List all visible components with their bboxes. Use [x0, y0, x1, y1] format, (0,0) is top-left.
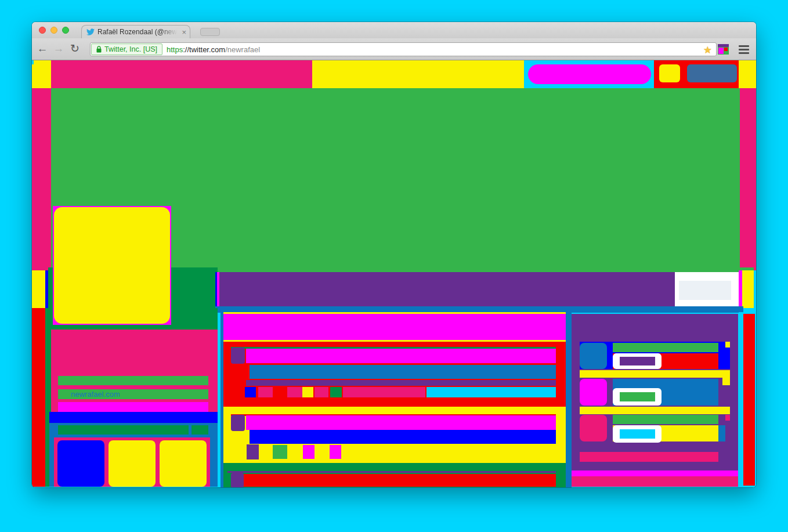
tweet-1-action-3[interactable]: [287, 387, 302, 397]
profile-name-bar: [58, 376, 208, 385]
twitter-favicon-icon: [86, 28, 95, 36]
title-bar: Rafaël Rozendaal (@newraf ×: [32, 22, 756, 38]
tweet-1-action-5[interactable]: [315, 387, 328, 397]
url-scheme: https: [167, 45, 183, 54]
follow-3-name-bar: [613, 415, 718, 424]
follow-2-avatar[interactable]: [580, 379, 607, 406]
tweet-1-action-1[interactable]: [245, 387, 256, 397]
url-bar[interactable]: Twitter, Inc. [US] https://twitter.com/n…: [90, 42, 717, 56]
active-tab[interactable]: Rafaël Rozendaal (@newraf ×: [81, 25, 190, 38]
tweet-2-action-3[interactable]: [303, 445, 315, 459]
media-thumb-2[interactable]: [109, 440, 156, 487]
follow-1-button-fill: [620, 357, 655, 365]
desktop: { "desktop": { "background": "#00D6FE" }…: [0, 0, 788, 532]
sidebar-pink-strip: [572, 476, 738, 487]
tweet-2-text-bar: [250, 430, 556, 444]
bookmark-star-icon[interactable]: ★: [703, 44, 712, 56]
tab-title: Rafaël Rozendaal (@newraf: [97, 28, 179, 36]
tweet-1-text-bar: [250, 365, 556, 379]
scroll-rail-cyan: [739, 312, 743, 487]
url-text: https://twitter.com/newrafael: [167, 45, 260, 54]
tweet-3-topline: [227, 471, 556, 473]
url-path: /newrafael: [225, 45, 260, 54]
follow-separator-1-notch: [722, 370, 730, 385]
background-tab-stub[interactable]: [200, 28, 220, 36]
left-rail-yellow: [32, 270, 45, 308]
follow-separator-1: [580, 370, 730, 378]
page-content: newrafael.com: [32, 60, 756, 487]
tweet-1-tag-bar: [343, 387, 425, 397]
profile-card: [51, 330, 218, 412]
sidebar-gap-blue: [566, 312, 572, 487]
lock-icon: [96, 46, 102, 53]
follow-1-dismiss[interactable]: [725, 342, 730, 348]
tweet-3-avatar[interactable]: [231, 473, 244, 487]
profile-nav-bar[interactable]: [219, 272, 676, 306]
hero-right-strip: [740, 88, 756, 270]
follow-1-name-bar: [613, 343, 718, 352]
topbar-button-small[interactable]: [659, 64, 680, 82]
menu-icon[interactable]: [739, 45, 749, 54]
media-title-end: [191, 425, 208, 435]
search-box-field[interactable]: [679, 281, 731, 300]
follow-separator-2: [580, 407, 730, 414]
profile-link-bar[interactable]: newrafael.com: [58, 389, 208, 399]
minimize-button[interactable]: [50, 27, 57, 34]
right-cyan-sliver: [754, 270, 756, 308]
tweet-1-author-bar: [246, 349, 556, 363]
follow-2-button-fill: [620, 392, 655, 401]
media-title-bar: [58, 425, 189, 435]
tweet-1-avatar[interactable]: [231, 348, 245, 364]
sidebar-magenta-strip: [572, 471, 738, 476]
scroll-thumb-red[interactable]: [743, 314, 755, 486]
hero-left-strip: [32, 88, 51, 270]
left-red-strip: [32, 308, 45, 487]
forward-icon[interactable]: →: [52, 42, 66, 56]
tab-close-icon[interactable]: ×: [182, 28, 186, 36]
tweet-1-action-6[interactable]: [330, 387, 342, 397]
media-thumb-3[interactable]: [160, 440, 207, 487]
tweet-2-action-1[interactable]: [247, 444, 259, 459]
browser-window: Rafaël Rozendaal (@newraf × ← → ↻ Twitte…: [32, 22, 756, 487]
tweet-2-action-2[interactable]: [273, 445, 287, 459]
tweet-1-action-2[interactable]: [258, 387, 273, 397]
follow-1-avatar[interactable]: [580, 343, 607, 369]
follow-3-dismiss[interactable]: [725, 415, 730, 421]
security-badge-label: Twitter, Inc. [US]: [104, 45, 157, 53]
tweet-2-avatar[interactable]: [231, 415, 245, 431]
tweet-1-meta-bar: [246, 380, 556, 386]
sidebar-footer-bar: [580, 452, 718, 462]
topbar-search-pill[interactable]: [528, 64, 651, 84]
topbar-button-wide[interactable]: [687, 64, 737, 82]
media-thumb-1[interactable]: [57, 440, 104, 487]
tweet-2-author-bar: [246, 415, 556, 430]
corner-cyan-sliver: [32, 60, 34, 64]
profile-bio-bar: [58, 402, 208, 412]
timeline-header: [223, 314, 566, 340]
browser-toolbar: ← → ↻ Twitter, Inc. [US] https://twitter…: [32, 38, 756, 60]
zoom-button[interactable]: [62, 27, 69, 34]
right-yellow-strip: [742, 270, 754, 308]
traffic-lights: [39, 27, 69, 34]
tweet-1-link-bar[interactable]: [426, 387, 556, 397]
follow-3-blue-bit: [718, 425, 725, 441]
back-icon[interactable]: ←: [35, 42, 49, 56]
tweet-2-action-4[interactable]: [330, 445, 341, 459]
scroll-edge-cyan: [755, 312, 756, 487]
reload-icon[interactable]: ↻: [68, 42, 82, 56]
topbar-logo-block[interactable]: [51, 60, 312, 88]
url-host: ://twitter.com: [183, 45, 225, 54]
profile-stats-bar: [49, 412, 218, 423]
tweet-3-text-bar: [244, 474, 556, 487]
security-badge[interactable]: Twitter, Inc. [US]: [91, 44, 162, 55]
follow-3-button-fill: [620, 429, 655, 439]
abstract-browsing-extension-icon[interactable]: [718, 44, 729, 55]
profile-avatar[interactable]: [54, 207, 170, 324]
follow-3-avatar[interactable]: [580, 415, 607, 441]
tweet-1-action-4[interactable]: [302, 387, 313, 397]
close-button[interactable]: [39, 27, 46, 34]
